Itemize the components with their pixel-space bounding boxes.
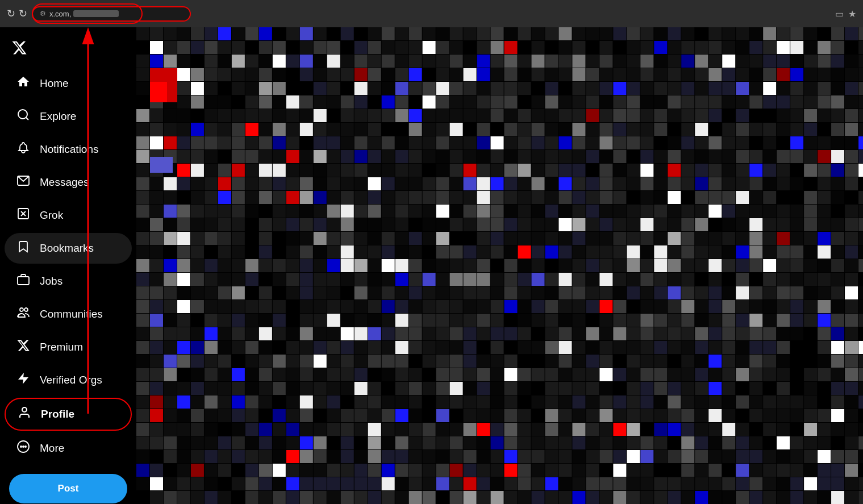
explore-label: Explore (40, 110, 76, 123)
verified-orgs-label: Verified Orgs (40, 374, 102, 386)
svg-point-8 (24, 308, 28, 311)
nav-home[interactable]: Home (5, 68, 132, 99)
premium-label: Premium (40, 341, 83, 353)
bell-icon (16, 141, 31, 158)
svg-point-12 (20, 446, 22, 447)
home-label: Home (40, 77, 69, 90)
url-text: x.com, (49, 10, 71, 18)
browser-actions: ▭ ★ (835, 9, 856, 19)
content-canvas (136, 27, 863, 504)
browser-controls: ↻ ↻ (7, 7, 27, 20)
jobs-label: Jobs (40, 275, 62, 288)
svg-rect-6 (18, 277, 29, 285)
nav-more[interactable]: More (5, 433, 132, 464)
nav-notifications[interactable]: Notifications (5, 134, 132, 165)
grok-icon (16, 207, 31, 224)
browser-chrome: ↻ ↻ ⚙ x.com, ▭ ★ (0, 0, 863, 27)
home-icon (16, 75, 31, 92)
bookmarks-label: Bookmarks (40, 242, 94, 255)
security-icon: ⚙ (40, 10, 46, 18)
nav-verified-orgs[interactable]: Verified Orgs (5, 365, 132, 395)
svg-point-14 (25, 446, 26, 447)
cast-button[interactable]: ▭ (835, 9, 844, 19)
main-content (136, 27, 863, 504)
notifications-label: Notifications (40, 143, 99, 156)
search-icon (16, 108, 31, 125)
bookmark-star-button[interactable]: ★ (848, 9, 856, 19)
nav-premium[interactable]: Premium (5, 332, 132, 363)
back-button[interactable]: ↻ (7, 7, 15, 20)
messages-icon (16, 174, 31, 191)
premium-icon (16, 339, 31, 356)
grok-label: Grok (40, 209, 63, 222)
bookmark-icon (16, 240, 31, 257)
address-bar[interactable]: ⚙ x.com, (32, 6, 191, 22)
svg-line-1 (26, 118, 28, 120)
post-button[interactable]: Post (9, 474, 127, 503)
nav-grok[interactable]: Grok (5, 200, 132, 231)
svg-marker-9 (18, 373, 28, 384)
nav-explore[interactable]: Explore (5, 101, 132, 132)
profile-label: Profile (41, 408, 74, 420)
nav-communities[interactable]: Communities (5, 299, 132, 330)
nav-jobs[interactable]: Jobs (5, 266, 132, 297)
svg-point-10 (22, 407, 27, 412)
url-blurred-portion (73, 10, 119, 17)
x-logo[interactable] (0, 33, 136, 65)
svg-point-13 (23, 446, 24, 447)
more-label: More (40, 442, 64, 455)
more-icon (16, 440, 31, 457)
nav-bookmarks[interactable]: Bookmarks (5, 233, 132, 264)
page-container: Home Explore Notifications (0, 27, 863, 504)
messages-label: Messages (40, 176, 89, 189)
profile-icon (17, 406, 32, 423)
svg-point-0 (18, 110, 27, 119)
svg-point-7 (20, 308, 23, 311)
communities-icon (16, 306, 31, 323)
sidebar: Home Explore Notifications (0, 27, 136, 504)
lightning-icon (16, 372, 31, 389)
communities-label: Communities (40, 308, 103, 320)
x-logo-icon (11, 40, 27, 56)
refresh-button[interactable]: ↻ (19, 7, 27, 20)
nav-messages[interactable]: Messages (5, 167, 132, 198)
jobs-icon (16, 273, 31, 290)
nav-profile[interactable]: Profile (5, 398, 132, 431)
